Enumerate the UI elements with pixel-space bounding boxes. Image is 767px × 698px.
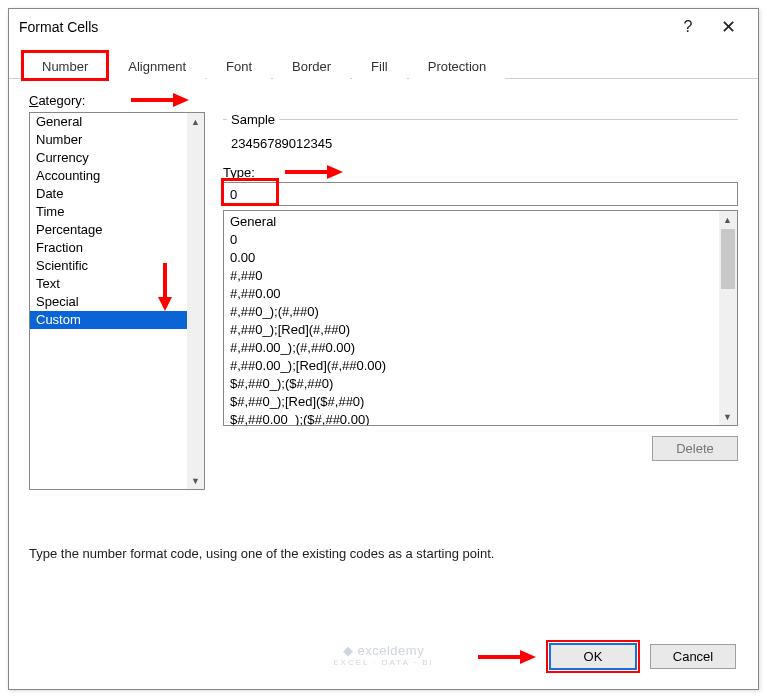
annotation-arrow-icon [156, 261, 174, 311]
scrollbar[interactable]: ▲ ▼ [719, 211, 737, 425]
svg-marker-3 [158, 297, 172, 311]
category-listbox[interactable]: General Number Currency Accounting Date … [29, 112, 205, 490]
tab-alignment[interactable]: Alignment [109, 52, 205, 79]
delete-button[interactable]: Delete [652, 436, 738, 461]
window-title: Format Cells [19, 19, 668, 35]
watermark-icon: ◆ [343, 643, 358, 658]
format-item[interactable]: General [230, 213, 713, 231]
tab-border[interactable]: Border [273, 52, 350, 79]
category-item[interactable]: Accounting [30, 167, 188, 185]
category-item[interactable]: Time [30, 203, 188, 221]
category-item[interactable]: Date [30, 185, 188, 203]
sample-value: 23456789012345 [231, 136, 332, 151]
ok-button[interactable]: OK [550, 644, 636, 669]
format-item[interactable]: 0.00 [230, 249, 713, 267]
format-item[interactable]: $#,##0.00_);($#,##0.00) [230, 411, 713, 425]
annotation-box: OK [546, 640, 640, 673]
annotation-arrow-icon [476, 648, 536, 666]
titlebar: Format Cells ? ✕ [9, 9, 758, 45]
format-item[interactable]: #,##0.00_);(#,##0.00) [230, 339, 713, 357]
tab-font[interactable]: Font [207, 52, 271, 79]
format-item[interactable]: #,##0.00 [230, 285, 713, 303]
format-item[interactable]: $#,##0_);($#,##0) [230, 375, 713, 393]
tab-number[interactable]: Number [23, 52, 107, 79]
annotation-arrow-icon [129, 91, 189, 109]
format-item[interactable]: #,##0.00_);[Red](#,##0.00) [230, 357, 713, 375]
format-cells-dialog: Format Cells ? ✕ Number Alignment Font B… [8, 8, 759, 690]
help-button[interactable]: ? [668, 12, 708, 42]
svg-marker-7 [520, 650, 536, 664]
format-item[interactable]: #,##0_);[Red](#,##0) [230, 321, 713, 339]
sample-box: 23456789012345 [223, 119, 738, 155]
format-item[interactable]: #,##0_);(#,##0) [230, 303, 713, 321]
svg-marker-5 [327, 165, 343, 179]
category-item[interactable]: General [30, 113, 188, 131]
category-item[interactable]: Currency [30, 149, 188, 167]
annotation-arrow-icon [283, 163, 343, 181]
category-item-custom[interactable]: Custom [30, 311, 188, 329]
scrollbar[interactable]: ▲ ▼ [187, 113, 204, 489]
chevron-up-icon[interactable]: ▲ [187, 113, 204, 130]
format-item[interactable]: #,##0 [230, 267, 713, 285]
scrollbar-thumb[interactable] [721, 229, 735, 289]
tabs: Number Alignment Font Border Fill Protec… [9, 51, 758, 79]
category-item[interactable]: Number [30, 131, 188, 149]
hint-text: Type the number format code, using one o… [29, 546, 738, 561]
sample-label: Sample [227, 112, 279, 127]
footer-buttons: OK Cancel [476, 640, 736, 673]
format-item[interactable]: 0 [230, 231, 713, 249]
close-button[interactable]: ✕ [708, 12, 748, 42]
chevron-down-icon[interactable]: ▼ [187, 472, 204, 489]
category-label: Category: [29, 93, 85, 108]
chevron-up-icon[interactable]: ▲ [719, 211, 736, 228]
tab-fill[interactable]: Fill [352, 52, 407, 79]
watermark: ◆ exceldemy EXCEL · DATA · BI [333, 643, 434, 667]
type-input[interactable] [223, 182, 738, 206]
format-item[interactable]: $#,##0_);[Red]($#,##0) [230, 393, 713, 411]
svg-marker-1 [173, 93, 189, 107]
tab-protection[interactable]: Protection [409, 52, 506, 79]
format-listbox[interactable]: General 0 0.00 #,##0 #,##0.00 #,##0_);(#… [223, 210, 738, 426]
cancel-button[interactable]: Cancel [650, 644, 736, 669]
chevron-down-icon[interactable]: ▼ [719, 408, 736, 425]
dialog-body: Category: General Number Currency Accoun… [9, 79, 758, 571]
category-item[interactable]: Percentage [30, 221, 188, 239]
category-item[interactable]: Fraction [30, 239, 188, 257]
